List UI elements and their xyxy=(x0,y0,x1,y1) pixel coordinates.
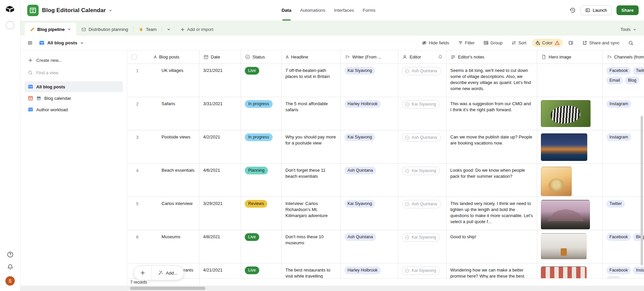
notifications-bell-icon[interactable] xyxy=(7,264,13,270)
cell-hero-image[interactable] xyxy=(537,197,603,230)
table-tab-team[interactable]: Team xyxy=(133,23,162,36)
create-new-view-button[interactable]: Create new... xyxy=(25,55,123,66)
workspace-placeholder-icon[interactable] xyxy=(6,21,14,30)
row-number[interactable]: 5 xyxy=(127,197,147,230)
cell-headline[interactable]: Don't miss these 10 museums xyxy=(282,230,341,263)
cell-date[interactable]: 4/6/2021 xyxy=(199,164,241,197)
history-icon[interactable] xyxy=(569,7,576,13)
cell-status[interactable]: Live xyxy=(241,230,282,263)
nav-tab-automations[interactable]: Automations xyxy=(300,0,325,20)
cell-channels[interactable]: FacebookBlog xyxy=(603,230,644,263)
cell-headline[interactable]: Interview: Carlos Richardson's Mt. Kilim… xyxy=(282,197,341,230)
cell-editors-notes[interactable]: Seems a bit long, we'll need to cut down… xyxy=(447,64,537,97)
cell-blog-post-name[interactable]: UK villages xyxy=(147,64,199,97)
cell-writer[interactable]: Ash Quintana xyxy=(341,230,398,263)
sidebar-view-all-blog-posts[interactable]: All blog posts xyxy=(25,81,123,92)
row-number[interactable]: 2 xyxy=(127,97,147,130)
cell-editor[interactable]: Kai Siyavong xyxy=(398,164,447,197)
tab-overflow-chevron[interactable] xyxy=(162,23,176,36)
cell-editors-notes[interactable]: This landed very nicely. I think we need… xyxy=(447,197,537,230)
vertical-scrollbar[interactable] xyxy=(641,116,643,265)
sidebar-view-author-workload[interactable]: Author workload xyxy=(25,104,123,115)
row-height-button[interactable] xyxy=(565,39,577,47)
column-header-editor-s-notes[interactable]: Editor's notes xyxy=(447,50,537,64)
cell-status[interactable]: Live xyxy=(241,64,282,97)
cell-blog-post-name[interactable]: Beach essentials xyxy=(147,164,199,197)
add-or-import-button[interactable]: Add or import xyxy=(176,23,218,36)
cell-channels[interactable] xyxy=(603,164,644,197)
hero-image-pool[interactable] xyxy=(541,133,587,161)
group-button[interactable]: Group xyxy=(480,39,506,47)
cell-editor[interactable]: Kai Siyavong xyxy=(398,97,447,130)
cell-status[interactable]: In progress xyxy=(241,130,282,163)
cell-editor[interactable]: Ash Quintana xyxy=(398,197,447,230)
cell-editor[interactable]: Ash Quintana xyxy=(398,130,447,163)
column-header-hero-image[interactable]: Hero image xyxy=(537,50,603,64)
current-view-switcher[interactable]: All blog posts xyxy=(39,40,84,46)
column-header-date[interactable]: 31Date xyxy=(199,50,241,64)
cell-date[interactable]: 4/2/2021 xyxy=(199,130,241,163)
cell-hero-image[interactable] xyxy=(537,230,603,263)
cell-writer[interactable]: Kai Siyavong xyxy=(341,197,398,230)
cell-editors-notes[interactable]: Good to ship! xyxy=(447,230,537,263)
cell-writer[interactable]: Kai Siyavong xyxy=(341,64,398,97)
cell-headline[interactable]: Why you should pay more for a poolside v… xyxy=(282,130,341,163)
cell-editors-notes[interactable]: This was a suggestion from our CMO and I… xyxy=(447,97,537,130)
cell-hero-image[interactable] xyxy=(537,97,603,130)
nav-tab-data[interactable]: Data xyxy=(281,0,291,20)
cell-date[interactable]: 3/31/2021 xyxy=(199,97,241,130)
sidebar-view-blog-calendar[interactable]: 31Blog calendar xyxy=(25,93,123,103)
share-button[interactable]: Share xyxy=(616,5,639,15)
cell-blog-post-name[interactable]: Poolside views xyxy=(147,130,199,163)
column-header-blog-posts[interactable]: ABlog posts xyxy=(127,50,199,64)
column-header-headline[interactable]: AHeadline xyxy=(282,50,341,64)
hide-fields-button[interactable]: Hide fields xyxy=(419,39,452,47)
cell-writer[interactable]: Ash Quintana xyxy=(341,164,398,197)
cell-hero-image[interactable] xyxy=(537,64,603,97)
cell-writer[interactable]: Kai Siyavong xyxy=(341,130,398,163)
nav-tab-interfaces[interactable]: Interfaces xyxy=(334,0,354,20)
cell-channels[interactable]: FacebookTwitterEmailBlog xyxy=(603,64,644,97)
cell-blog-post-name[interactable]: Museums xyxy=(147,230,199,263)
cell-hero-image[interactable] xyxy=(537,164,603,197)
row-number[interactable]: 4 xyxy=(127,164,147,197)
column-header-editor[interactable]: Editor xyxy=(398,50,447,64)
horizontal-scrollbar-track[interactable] xyxy=(20,286,644,291)
tools-menu[interactable]: Tools xyxy=(620,23,637,36)
cell-status[interactable]: Planning xyxy=(241,164,282,197)
help-icon[interactable] xyxy=(7,251,13,258)
bell-icon[interactable] xyxy=(438,54,443,59)
hero-image-museum[interactable] xyxy=(541,233,587,259)
cell-editor[interactable]: Kai Siyavong xyxy=(398,230,447,263)
cell-channels[interactable]: Instagram xyxy=(603,130,644,163)
row-number[interactable]: 1 xyxy=(127,64,147,97)
view-sidebar-toggle-icon[interactable] xyxy=(27,40,33,46)
cell-channels[interactable]: Twitter xyxy=(603,197,644,230)
add-record-button[interactable] xyxy=(134,266,151,280)
cell-channels[interactable]: Instagram xyxy=(603,97,644,130)
table-tab-distribution-planning[interactable]: Distribution planning xyxy=(76,23,133,36)
add-with-ai-button[interactable]: Add... xyxy=(152,266,184,280)
filter-button[interactable]: Filter xyxy=(455,39,478,47)
cell-writer[interactable]: Harley Holbrook xyxy=(341,97,398,130)
horizontal-scrollbar-thumb[interactable] xyxy=(130,287,205,290)
column-header-writer-from[interactable]: Writer (From ... xyxy=(341,50,398,64)
user-avatar[interactable]: S xyxy=(5,276,15,286)
cell-hero-image[interactable] xyxy=(537,130,603,163)
select-all-checkbox[interactable] xyxy=(131,54,137,60)
color-button[interactable]: Color xyxy=(532,39,563,47)
column-header-status[interactable]: Status xyxy=(241,50,282,64)
find-a-view-input[interactable]: Find a view xyxy=(25,68,123,78)
airtable-logo-icon[interactable] xyxy=(5,5,15,13)
chevron-down-icon[interactable] xyxy=(108,8,112,12)
cell-status[interactable]: In progress xyxy=(241,97,282,130)
cell-headline[interactable]: The 5 most affordable safaris xyxy=(282,97,341,130)
sort-button[interactable]: Sort xyxy=(508,39,530,47)
cell-blog-post-name[interactable]: Carlos interview xyxy=(147,197,199,230)
cell-status[interactable]: Reviews xyxy=(241,197,282,230)
cell-headline[interactable]: Don't forget these 11 beach essentials xyxy=(282,164,341,197)
nav-tab-forms[interactable]: Forms xyxy=(363,0,375,20)
column-header-channels-from[interactable]: Channels (from xyxy=(603,50,644,64)
launch-button[interactable]: Launch xyxy=(581,5,612,15)
hero-image-zebra[interactable] xyxy=(541,100,591,127)
